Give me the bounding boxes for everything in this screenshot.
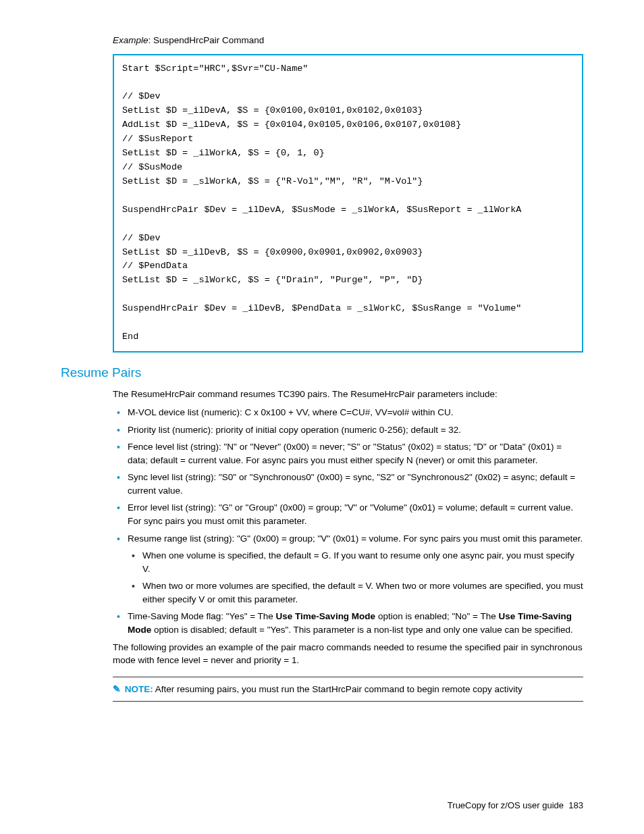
- list-item: Resume range list (string): "G" (0x00) =…: [113, 532, 583, 606]
- list-item: Priority list (numeric): priority of ini…: [113, 423, 583, 437]
- sub-list: When one volume is specified, the defaul…: [128, 549, 583, 606]
- code-example-block: Start $Script="HRC",$Svr="CU-Name" // $D…: [113, 54, 583, 353]
- list-item: M-VOL device list (numeric): C x 0x100 +…: [113, 406, 583, 419]
- list-item-text: Resume range list (string): "G" (0x00) =…: [128, 533, 583, 544]
- list-item: Fence level list (string): "N" or "Never…: [113, 440, 583, 467]
- note-icon: ✎: [113, 684, 121, 694]
- section-following: The following provides an example of the…: [113, 641, 583, 667]
- note-text: After resuming pairs, you must run the S…: [153, 684, 522, 694]
- note-label: NOTE:: [125, 684, 153, 694]
- example-caption: Example: SuspendHrcPair Command: [113, 34, 583, 47]
- example-label-rest: : SuspendHrcPair Command: [149, 35, 265, 45]
- list-item-text-mid: option is enabled; "No" = The: [375, 611, 498, 621]
- list-item: Error level list (string): "G" or "Group…: [113, 501, 583, 527]
- section-intro: The ResumeHrcPair command resumes TC390 …: [113, 388, 583, 401]
- list-item: Time-Saving Mode flag: "Yes" = The Use T…: [113, 610, 583, 636]
- list-item: When two or more volumes are specified, …: [128, 579, 583, 606]
- page-footer: TrueCopy for z/OS user guide 183: [448, 800, 583, 812]
- list-item-text-pre: Time-Saving Mode flag: "Yes" = The: [128, 611, 276, 621]
- parameter-list: M-VOL device list (numeric): C x 0x100 +…: [113, 406, 583, 636]
- section-heading-resume-pairs: Resume Pairs: [61, 363, 583, 382]
- list-item-bold: Use Time-Saving Mode: [276, 611, 376, 621]
- list-item: Sync level list (string): "S0" or "Synch…: [113, 471, 583, 497]
- footer-title: TrueCopy for z/OS user guide: [448, 800, 564, 810]
- list-item-text-post: option is disabled; default = "Yes". Thi…: [151, 625, 573, 635]
- note-block: ✎ NOTE: After resuming pairs, you must r…: [113, 677, 583, 702]
- example-label-italic: Example: [113, 35, 149, 45]
- footer-page-number: 183: [568, 800, 583, 810]
- list-item: When one volume is specified, the defaul…: [128, 549, 583, 575]
